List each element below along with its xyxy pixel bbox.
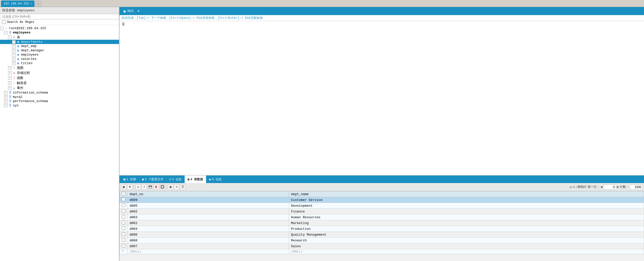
limit-label[interactable]: ✓限制行 (576, 185, 586, 189)
expand-btn[interactable]: + (8, 76, 12, 80)
table-row[interactable]: d003Human Resources (120, 214, 644, 220)
tree-item-func-group[interactable]: +∫函数 (0, 75, 119, 80)
table-row-null[interactable]: *(NULL)(NULL) (120, 249, 644, 254)
bottom-section: ▦1 结果▣2 个配置文件ℹ3 信息▦4 表数据◉5 信息 ▦ ▼ ↻ ⬇ 💾 … (119, 176, 644, 261)
tree-item-dept_manager[interactable]: +▦dept_manager (0, 48, 119, 53)
expand-btn[interactable]: + (4, 95, 8, 99)
tree-item-dept_emp[interactable]: +▦dept_emp (0, 44, 119, 48)
row-checkbox[interactable] (122, 221, 125, 224)
expand-btn[interactable]: + (12, 49, 16, 52)
col-header-dept_no[interactable]: dept_no (128, 191, 289, 197)
expand-btn[interactable]: + (12, 57, 16, 61)
tree-item-salaries[interactable]: +▦salaries (0, 57, 119, 61)
expand-btn[interactable]: + (12, 62, 16, 65)
filter-icon[interactable]: ⊿ (569, 185, 572, 189)
expand-btn[interactable]: + (12, 45, 16, 48)
row-checkbox[interactable] (122, 232, 125, 236)
tree-item-info-db[interactable]: +🗄information_schema (0, 91, 119, 95)
refresh-icon[interactable]: ↺ (573, 185, 575, 189)
tree-item-trigger-group[interactable]: +⚡触发器 (0, 80, 119, 85)
main-tab[interactable]: 192.168.64.152 ✕ (1, 1, 34, 7)
tree-label: employees (21, 53, 38, 57)
toolbar-btn-delete[interactable]: 🗑 (153, 184, 159, 190)
select-all-checkbox[interactable] (122, 192, 125, 195)
expand-btn[interactable]: − (4, 31, 8, 34)
table-row[interactable]: d007Sales (120, 243, 644, 249)
add-tab-button[interactable]: + (35, 1, 41, 7)
table-icon: ▦ (16, 49, 20, 52)
data-toolbar: ▦ ▼ ↻ ⬇ 💾 🗑 🔲 ▦ ≡ ☰ ⊿ ↺ ✓限制行 第一行： ◀ (119, 183, 644, 191)
db-icon: 🗄 (8, 95, 12, 99)
expand-btn[interactable]: + (4, 100, 8, 103)
result-tab-tab-info2[interactable]: ◉5 信息 (206, 176, 225, 183)
table-row[interactable]: d004Production (120, 226, 644, 232)
cell-dept-no: d001 (128, 220, 289, 226)
prev-btn[interactable]: ◀ (601, 185, 602, 189)
row-checkbox-cell (120, 214, 128, 220)
tree-item-employees-db[interactable]: −🗄employees (0, 30, 119, 35)
expand-btn[interactable]: − (0, 27, 4, 30)
result-tab-tab-results[interactable]: ▦1 结果 (120, 176, 139, 183)
tree-item-root[interactable]: −⚡root@192.168.64.152 (0, 26, 119, 30)
first-row-label: 第一行： (588, 185, 600, 189)
tree-item-mysql-db[interactable]: +🗄mysql (0, 95, 119, 99)
table-row[interactable]: d002Finance (120, 209, 644, 214)
regex-checkbox[interactable] (2, 20, 6, 24)
row-checkbox[interactable] (122, 227, 125, 230)
expand-btn[interactable]: + (8, 81, 12, 85)
expand-btn[interactable]: − (8, 35, 12, 39)
result-tab-tab-config[interactable]: ▣2 个配置文件 (139, 176, 167, 183)
tree-label: 函数 (17, 76, 23, 80)
first-row-input[interactable] (603, 185, 616, 190)
table-row[interactable]: d001Marketing (120, 220, 644, 226)
table-row[interactable]: d008Research (120, 238, 644, 243)
toolbar-btn-view1[interactable]: ▦ (168, 184, 173, 190)
expand-btn[interactable]: + (12, 40, 16, 44)
tree-item-sys-db[interactable]: +🗄sys (0, 103, 119, 108)
toolbar-btn-view2[interactable]: ≡ (174, 184, 179, 190)
tree-item-perf-db[interactable]: +🗄performance_schema (0, 99, 119, 103)
row-checkbox[interactable] (122, 209, 125, 213)
table-row[interactable]: d006Quality Management (120, 232, 644, 238)
toolbar-btn-dropdown[interactable]: ▼ (127, 184, 133, 190)
row-checkbox[interactable] (122, 198, 125, 201)
toolbar-btn-view3[interactable]: ☰ (180, 184, 185, 190)
row-checkbox[interactable] (122, 238, 125, 242)
toolbar-btn-refresh[interactable]: ↻ (135, 184, 141, 190)
row-count-input[interactable] (630, 185, 642, 190)
tree-item-views-group[interactable]: +∞视图 (0, 65, 119, 70)
tree-item-event-group[interactable]: +◎事件 (0, 85, 119, 91)
row-checkbox[interactable] (122, 244, 125, 247)
tree-item-departments[interactable]: +▦departments (0, 40, 119, 44)
expand-btn[interactable]: + (8, 86, 12, 90)
expand-btn[interactable]: + (8, 66, 12, 70)
table-row[interactable]: d005Development (120, 203, 644, 209)
cell-dept-name: Customer Service (289, 197, 644, 203)
col-header-dept_name[interactable]: dept_name (289, 191, 644, 197)
query-editor[interactable]: l (119, 21, 644, 176)
expand-btn[interactable]: + (8, 71, 12, 75)
toolbar-btn-download[interactable]: ⬇ (141, 184, 147, 190)
toolbar-right: ⊿ ↺ ✓限制行 第一行： ◀ ▶ 行数： (569, 185, 642, 190)
toolbar-btn-grid[interactable]: ▦ (121, 184, 127, 190)
regex-label: Search As Regex (7, 20, 34, 24)
expand-btn[interactable]: + (4, 104, 8, 107)
tree-item-tables-group[interactable]: −≡表 (0, 35, 119, 40)
toolbar-btn-save[interactable]: 💾 (147, 184, 153, 190)
row-checkbox[interactable] (122, 203, 125, 207)
tree-item-titles[interactable]: +▦titles (0, 61, 119, 65)
expand-btn[interactable]: + (12, 53, 16, 57)
tree-item-stored-group[interactable]: +⚙存储过程 (0, 70, 119, 75)
expand-btn[interactable]: + (4, 91, 8, 95)
table-row[interactable]: d009Customer Service (120, 197, 644, 203)
toolbar-btn-box[interactable]: 🔲 (159, 184, 165, 190)
next-btn[interactable]: ▶ (617, 185, 619, 189)
filter-input[interactable] (0, 14, 119, 19)
query-add-button[interactable]: + (136, 9, 141, 14)
query-tab[interactable]: ▦ 询问 (122, 9, 136, 13)
tab-close-icon[interactable]: ✕ (30, 2, 32, 5)
result-tab-tab-tabledata[interactable]: ▦4 表数据 (185, 176, 206, 183)
result-tab-tab-info[interactable]: ℹ3 信息 (167, 176, 184, 183)
row-checkbox[interactable] (122, 215, 125, 219)
tree-item-employees-tbl[interactable]: +▦employees (0, 53, 119, 57)
